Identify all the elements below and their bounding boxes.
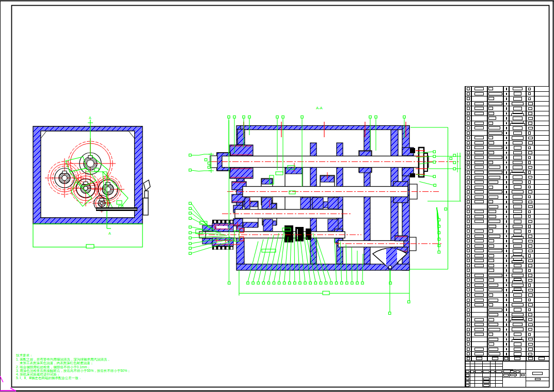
svg-text:A: A [108, 232, 111, 235]
svg-text:5. Ⅰ、Ⅱ、Ⅲ轴左右两端的轴承配合公差一致．: 5. Ⅰ、Ⅱ、Ⅲ轴左右两端的轴承配合公差一致． [16, 376, 82, 380]
svg-text:技术要求：: 技术要求： [15, 353, 33, 357]
svg-text:A-A: A-A [316, 106, 323, 110]
svg-text:未加工表面涂灰色油漆，内表面涂红色耐磨油漆；: 未加工表面涂灰色油漆，内表面涂红色耐磨油漆； [20, 361, 93, 365]
svg-text:A: A [89, 116, 91, 120]
